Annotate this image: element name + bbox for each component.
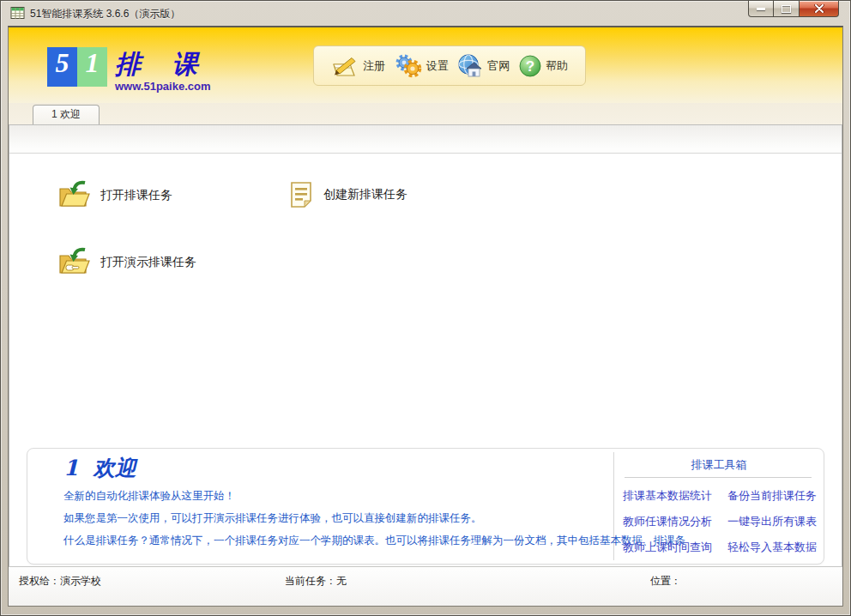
- help-question-icon: ?: [519, 55, 541, 77]
- website-globe-home-icon: [457, 54, 483, 78]
- titlebar[interactable]: 51智能排课系统 3.6.6（演示版）: [1, 1, 850, 26]
- toolbox-links: 排课基本数据统计 备份当前排课任务 教师任课情况分析 一键导出所有课表 教师上课…: [623, 488, 817, 555]
- open-demo-folder-icon: [57, 247, 91, 278]
- svg-text:?: ?: [526, 58, 534, 75]
- link-export-timetables[interactable]: 一键导出所有课表: [727, 514, 817, 529]
- tab-welcome-label: 1 欢迎: [51, 108, 81, 120]
- create-task-item[interactable]: 创建新排课任务: [288, 180, 407, 209]
- register-notepad-pencil-icon: [331, 54, 359, 78]
- app-table-icon: [10, 6, 25, 20]
- status-bar: 授权给：演示学校 当前任务：无 位置：: [9, 566, 842, 606]
- open-task-label: 打开排课任务: [100, 188, 172, 203]
- register-button[interactable]: 注册: [331, 54, 385, 78]
- welcome-heading: 1 欢迎: [63, 454, 136, 482]
- register-label: 注册: [363, 58, 385, 74]
- open-demo-task-label: 打开演示排课任务: [100, 255, 196, 270]
- maximize-icon: [782, 5, 791, 13]
- logo-block-1: 1: [77, 47, 107, 87]
- create-task-label: 创建新排课任务: [323, 187, 407, 202]
- window-controls: [748, 1, 839, 17]
- link-teacher-time-query[interactable]: 教师上课时间查询: [623, 540, 727, 555]
- open-task-item[interactable]: 打开排课任务: [57, 180, 172, 211]
- open-demo-task-item[interactable]: 打开演示排课任务: [57, 247, 196, 278]
- toolbox: 排课工具箱 排课基本数据统计 备份当前排课任务 教师任课情况分析 一键导出所有课…: [614, 449, 824, 564]
- close-button[interactable]: [799, 1, 839, 17]
- logo: 5 1 排 课 www.51paike.com: [47, 47, 211, 93]
- settings-gears-icon: [395, 53, 422, 79]
- window-title: 51智能排课系统 3.6.6（演示版）: [30, 7, 180, 21]
- toolbar: 注册 设置: [313, 45, 586, 86]
- logo-block-5: 5: [47, 47, 77, 87]
- app-frame: 5 1 排 课 www.51paike.com 注册: [8, 26, 843, 607]
- content-panel: 打开排课任务 创建新排课任务: [9, 124, 842, 567]
- link-import-basic-data[interactable]: 轻松导入基本数据: [727, 540, 817, 555]
- settings-button[interactable]: 设置: [395, 53, 449, 79]
- toolbox-title: 排课工具箱: [614, 457, 824, 473]
- status-location: 位置：: [650, 574, 681, 589]
- link-basic-data-stats[interactable]: 排课基本数据统计: [623, 488, 727, 504]
- minimize-button[interactable]: [748, 1, 774, 17]
- link-backup-task[interactable]: 备份当前排课任务: [727, 488, 817, 504]
- help-label: 帮助: [546, 58, 568, 74]
- app-window: 51智能排课系统 3.6.6（演示版） 5 1 排 课: [0, 0, 851, 616]
- maximize-button[interactable]: [774, 1, 799, 17]
- welcome-line-3: 什么是排课任务？通常情况下，一个排课任务对应一个学期的课表。也可以将排课任务理解…: [63, 529, 685, 552]
- content-top-strip: [9, 125, 842, 154]
- status-current-task: 当前任务：无: [285, 574, 347, 589]
- link-teacher-analysis[interactable]: 教师任课情况分析: [623, 514, 727, 529]
- logo-website: www.51paike.com: [115, 80, 211, 93]
- website-label: 官网: [487, 58, 510, 74]
- tab-bar: 1 欢迎: [9, 103, 842, 124]
- welcome-line-1: 全新的自动化排课体验从这里开始！: [63, 485, 685, 507]
- welcome-text: 全新的自动化排课体验从这里开始！ 如果您是第一次使用，可以打开演示排课任务进行体…: [63, 485, 685, 552]
- welcome-line-2: 如果您是第一次使用，可以打开演示排课任务进行体验，也可以直接创建新的排课任务。: [63, 507, 685, 529]
- close-icon: [814, 4, 824, 13]
- status-licensed: 授权给：演示学校: [19, 574, 101, 589]
- welcome-panel: 1 欢迎 全新的自动化排课体验从这里开始！ 如果您是第一次使用，可以打开演示排课…: [27, 448, 824, 565]
- tab-welcome[interactable]: 1 欢迎: [33, 105, 100, 124]
- header: 5 1 排 课 www.51paike.com 注册: [9, 27, 842, 103]
- toolbox-rule: [625, 477, 812, 478]
- website-button[interactable]: 官网: [457, 54, 510, 78]
- settings-label: 设置: [426, 58, 449, 74]
- new-document-icon: [288, 180, 314, 209]
- minimize-icon: [757, 8, 765, 10]
- logo-text: 排 课: [115, 47, 211, 82]
- help-button[interactable]: ? 帮助: [519, 55, 568, 77]
- open-folder-icon: [57, 180, 91, 211]
